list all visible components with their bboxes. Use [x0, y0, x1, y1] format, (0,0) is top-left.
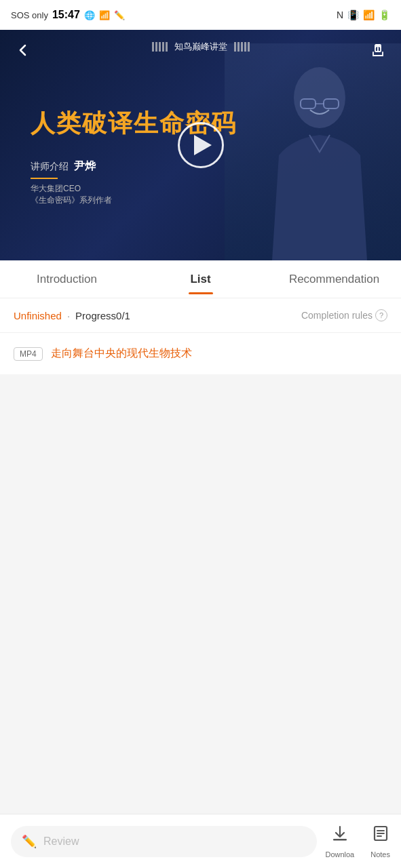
bottom-actions: Downloa Notes — [325, 824, 390, 859]
brand-name: 知鸟巅峰讲堂 — [174, 41, 227, 53]
edit-icon: ✏️ — [22, 834, 37, 849]
tab-introduction-label: Introduction — [37, 273, 97, 286]
status-time: 15:47 — [52, 9, 80, 21]
download-icon — [330, 824, 349, 848]
vibrate-icon: 📳 — [347, 9, 359, 20]
instructor-info: 讲师介绍 尹烨 华大集团CEO 《生命密码》系列作者 — [31, 159, 112, 206]
question-icon: ? — [375, 309, 387, 321]
review-placeholder: Review — [43, 835, 79, 848]
main-content-area — [0, 374, 401, 849]
unfinished-status: Unfinished — [14, 310, 62, 321]
dot-divider: · — [67, 310, 70, 321]
progress-bar: Unfinished · Progress0/1 Completion rule… — [0, 298, 401, 333]
bottom-bar: ✏️ Review Downloa Note — [0, 814, 401, 868]
nfc-icon: N — [337, 9, 343, 20]
brand-bar-right — [234, 42, 250, 52]
completion-rules-label: Completion rules — [301, 310, 373, 321]
sos-text: SOS only — [11, 10, 48, 20]
download-label: Downloa — [325, 850, 354, 859]
tab-introduction[interactable]: Introduction — [0, 260, 134, 298]
status-left: SOS only 15:47 🌐 📶 ✏️ — [11, 9, 125, 21]
emoji-icon: 🌐 — [84, 10, 95, 20]
video-brand: 知鸟巅峰讲堂 — [152, 41, 250, 53]
completion-rules[interactable]: Completion rules ? — [301, 309, 387, 321]
svg-point-1 — [294, 67, 345, 128]
progress-left: Unfinished · Progress0/1 — [14, 310, 130, 321]
tab-recommendation[interactable]: Recommendation — [267, 260, 401, 298]
wifi-icon: 📶 — [363, 9, 375, 20]
status-right: N 📳 📶 🔋 — [337, 9, 390, 20]
tab-list-label: List — [190, 273, 210, 286]
download-button[interactable]: Downloa — [325, 824, 354, 859]
review-input[interactable]: ✏️ Review — [11, 826, 317, 857]
instructor-company: 华大集团CEO — [31, 183, 112, 195]
progress-text: Progress0/1 — [75, 310, 130, 321]
play-button[interactable] — [178, 122, 224, 168]
person-image — [225, 43, 401, 260]
share-button[interactable] — [366, 38, 390, 62]
play-triangle-icon — [194, 135, 212, 155]
list-item[interactable]: MP4 走向舞台中央的现代生物技术 — [14, 347, 387, 361]
list-content: MP4 走向舞台中央的现代生物技术 — [0, 333, 401, 374]
tab-active-indicator — [189, 292, 213, 294]
brand-bar-left — [152, 42, 168, 52]
video-header: 知鸟巅峰讲堂 — [0, 30, 401, 71]
status-bar: SOS only 15:47 🌐 📶 ✏️ N 📳 📶 🔋 — [0, 0, 401, 30]
instructor-label: 讲师介绍 尹烨 — [31, 159, 112, 174]
battery-icon: 🔋 — [379, 9, 390, 20]
svg-rect-5 — [333, 839, 347, 841]
instructor-tag: 《生命密码》系列作者 — [31, 195, 112, 206]
item-title: 走向舞台中央的现代生物技术 — [51, 347, 192, 361]
notes-button[interactable]: Notes — [370, 824, 390, 859]
mp4-badge: MP4 — [14, 347, 43, 361]
edit2-icon: ✏️ — [114, 10, 125, 20]
notes-icon — [371, 824, 390, 848]
video-container: 知鸟巅峰讲堂 人类破译生命密码 讲师介绍 尹烨 华大集团CEO 《生命密码》系列… — [0, 30, 401, 260]
notes-label: Notes — [370, 850, 390, 859]
tab-recommendation-label: Recommendation — [289, 273, 379, 286]
tab-list[interactable]: List — [134, 260, 267, 298]
signal-status-icon: 📶 — [99, 10, 110, 20]
back-button[interactable] — [11, 38, 35, 62]
tabs-container: Introduction List Recommendation — [0, 260, 401, 298]
